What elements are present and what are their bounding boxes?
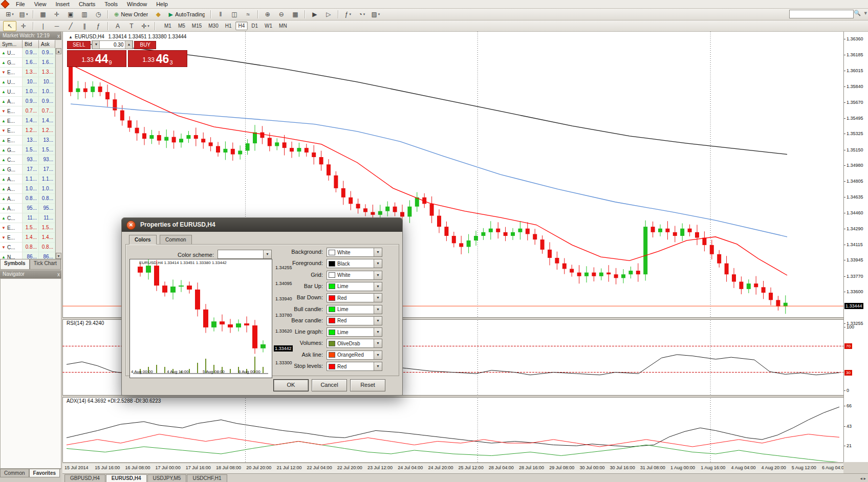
chevron-down-icon[interactable]: ▾ xyxy=(147,24,149,28)
color-select-barup[interactable]: Lime▼ xyxy=(327,282,382,291)
market-watch-close-icon[interactable]: x xyxy=(57,32,60,40)
timeframe-button-h4[interactable]: H4 xyxy=(235,21,248,30)
sell-button[interactable]: SELL xyxy=(67,41,91,49)
timeframe-button-w1[interactable]: W1 xyxy=(262,21,275,30)
color-select-stoplevels[interactable]: Red▼ xyxy=(327,362,382,371)
autotrading-button[interactable]: ▶AutoTrading xyxy=(165,9,207,19)
timeframe-button-d1[interactable]: D1 xyxy=(248,21,261,30)
zoom-in-icon[interactable]: ⊕ xyxy=(261,9,274,19)
market-watch-row[interactable]: ▼E...0.7...0.7... xyxy=(0,106,61,116)
bar-chart-icon[interactable]: ‖ xyxy=(214,9,227,19)
scroll-up-icon[interactable]: ▲ xyxy=(56,48,61,54)
chevron-down-icon[interactable]: ▼ xyxy=(374,328,382,336)
market-watch-toggle-icon[interactable]: ▦ xyxy=(36,9,50,19)
tile-windows-icon[interactable]: ▦ xyxy=(289,9,302,19)
chevron-down-icon[interactable]: ▼ xyxy=(374,259,382,268)
dialog-tab-common[interactable]: Common xyxy=(160,235,192,245)
horizontal-line-icon[interactable]: ─ xyxy=(50,21,63,31)
market-watch-row[interactable]: ▲A...0.9...0.9... xyxy=(0,97,61,106)
menu-item-file[interactable]: File xyxy=(11,1,30,8)
menu-item-window[interactable]: Window xyxy=(122,1,151,8)
chart-tab-usdjpy-m5[interactable]: USDJPY,M5 xyxy=(147,474,187,482)
market-watch-row[interactable]: ▲A...0.8...0.8... xyxy=(0,194,61,204)
chevron-down-icon[interactable]: ▼ xyxy=(374,362,382,370)
market-watch-row[interactable]: ▲A...95...95... xyxy=(0,204,61,213)
chevron-down-icon[interactable]: ▼ xyxy=(374,248,382,256)
menu-item-tools[interactable]: Tools xyxy=(100,1,122,8)
terminal-toggle-icon[interactable]: ▥ xyxy=(78,9,91,19)
color-select-volumes[interactable]: OliveDrab▼ xyxy=(327,339,382,348)
timeframe-button-mn[interactable]: MN xyxy=(276,21,290,30)
color-select-askline[interactable]: OrangeRed▼ xyxy=(327,350,382,360)
chart-collapse-icon[interactable]: ▲ xyxy=(69,35,73,39)
market-watch-row[interactable]: ▲G...17...17... xyxy=(0,165,61,174)
strategy-tester-icon[interactable]: ◷ xyxy=(92,9,105,19)
menu-item-view[interactable]: View xyxy=(30,1,51,8)
market-watch-scrollbar[interactable]: ▲ ▼ xyxy=(55,48,62,259)
navigator-tab-favorites[interactable]: Favorites xyxy=(29,469,60,477)
color-select-linegraph[interactable]: Lime▼ xyxy=(327,327,382,337)
market-watch-row[interactable]: ▼E...1.5...1.5... xyxy=(0,223,61,233)
market-watch-row[interactable]: ▲E...13...13... xyxy=(0,136,61,145)
data-window-icon[interactable]: ✛ xyxy=(50,9,63,19)
chevron-down-icon[interactable]: ▾ xyxy=(378,12,380,16)
column-header-ask[interactable]: Ask xyxy=(39,40,55,48)
chevron-down-icon[interactable]: ▾ xyxy=(349,12,351,16)
time-axis[interactable]: 15 Jul 201415 Jul 16:0016 Jul 08:0017 Ju… xyxy=(62,463,843,474)
navigator-close-icon[interactable]: x xyxy=(57,271,60,279)
color-select-background[interactable]: White▼ xyxy=(327,248,382,257)
profiles-icon[interactable]: ▤▾ xyxy=(17,9,30,19)
shapes-icon[interactable]: ✢▾ xyxy=(139,21,152,31)
candlestick-chart-icon[interactable]: ◫ xyxy=(228,9,241,19)
timeframe-button-m1[interactable]: M1 xyxy=(161,21,175,30)
market-watch-row[interactable]: ▲E...1.4...1.4... xyxy=(0,116,61,126)
chevron-down-icon[interactable]: ▼ xyxy=(374,271,382,279)
buy-button[interactable]: BUY xyxy=(134,41,156,49)
chart-shift-icon[interactable]: ▷ xyxy=(322,9,335,19)
chevron-down-icon[interactable]: ▼ xyxy=(374,317,382,325)
templates-icon[interactable]: ▨▾ xyxy=(369,9,382,19)
market-watch-row[interactable]: ▲G...1.6...1.6... xyxy=(0,58,61,68)
sell-quote-button[interactable]: 1.33449 xyxy=(67,50,126,67)
dialog-close-icon[interactable]: ✕ xyxy=(126,221,136,230)
spread-input[interactable] xyxy=(100,41,125,48)
chart-tab-usdchf-h1[interactable]: USDCHF,H1 xyxy=(187,474,227,482)
line-chart-icon[interactable]: ≈ xyxy=(242,9,255,19)
dialog-titlebar[interactable]: ✕ Properties of EURUSD,H4 xyxy=(122,218,402,232)
chevron-down-icon[interactable]: ▾ xyxy=(12,12,14,16)
dialog-tab-colors[interactable]: Colors xyxy=(129,235,157,245)
color-scheme-select[interactable]: ▼ xyxy=(218,250,272,259)
market-watch-row[interactable]: ▲A...1.0...1.0... xyxy=(0,184,61,194)
new-chart-icon[interactable]: ⊞▾ xyxy=(3,9,16,19)
mql-market-icon[interactable]: ◆ xyxy=(151,9,165,19)
market-watch-row[interactable]: ▲A...1.1...1.1... xyxy=(0,174,61,184)
chevron-down-icon[interactable]: ▼ xyxy=(374,339,382,347)
market-watch-row[interactable]: ▼E...1.4...1.4... xyxy=(0,233,61,243)
chart-tab-gbpusd-h4[interactable]: GBPUSD,H4 xyxy=(64,474,105,482)
market-watch-row[interactable]: ▲C...11...11... xyxy=(0,213,61,223)
market-watch-tab-symbols[interactable]: Symbols xyxy=(0,259,30,270)
chevron-down-icon[interactable]: ▼ xyxy=(374,282,382,291)
crosshair-icon[interactable]: ✛ xyxy=(17,21,30,31)
menu-item-help[interactable]: Help xyxy=(151,1,172,8)
chevron-down-icon[interactable]: ▼ xyxy=(263,250,271,258)
chevron-down-icon[interactable]: ▾ xyxy=(363,12,365,16)
buy-quote-button[interactable]: 1.33463 xyxy=(128,50,187,67)
zoom-out-icon[interactable]: ⊖ xyxy=(275,9,288,19)
ok-button[interactable]: OK xyxy=(273,379,309,391)
chevron-down-icon[interactable]: ▾ xyxy=(26,12,28,16)
price-scale[interactable]: 1.363601.361851.360151.358401.356701.354… xyxy=(843,32,868,462)
reset-button[interactable]: Reset xyxy=(350,379,385,391)
column-header-bid[interactable]: Bid xyxy=(23,40,39,48)
market-watch-row[interactable]: ▲U...1.0...1.0... xyxy=(0,87,61,97)
spread-decrease-icon[interactable]: ▼ xyxy=(92,41,100,49)
chevron-down-icon[interactable]: ▼ xyxy=(374,351,382,359)
menu-item-charts[interactable]: Charts xyxy=(74,1,100,8)
color-select-grid[interactable]: White▼ xyxy=(327,271,382,280)
cursor-icon[interactable]: ↖ xyxy=(3,21,16,31)
chevron-down-icon[interactable]: ▼ xyxy=(374,305,382,314)
new-order-button[interactable]: ⊕New Order xyxy=(111,9,151,19)
text-icon[interactable]: A xyxy=(111,21,124,31)
spread-increase-icon[interactable]: ▲ xyxy=(125,41,133,49)
scroll-down-icon[interactable]: ▼ xyxy=(56,253,61,259)
